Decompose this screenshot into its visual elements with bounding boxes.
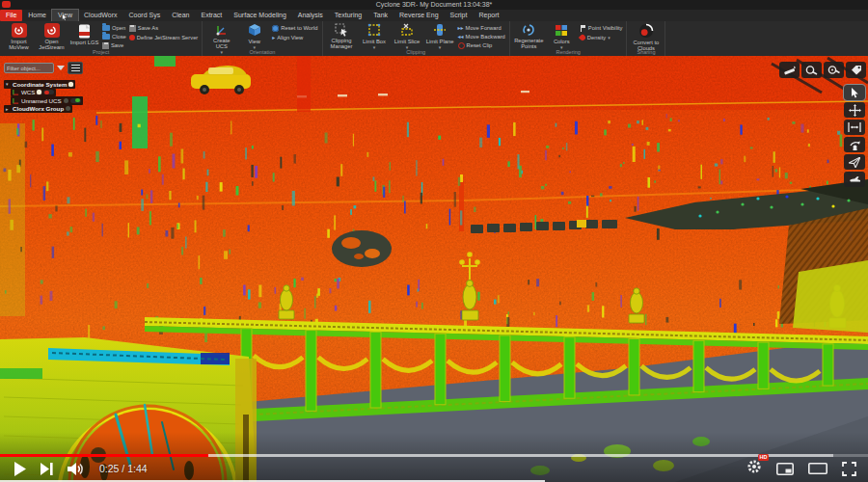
volume-button[interactable] — [68, 463, 85, 475]
globe-icon — [272, 25, 279, 32]
limit-slice-button[interactable]: Limit Slice ▾ — [393, 22, 422, 49]
import-moview-button[interactable]: Import MoView — [4, 22, 34, 49]
theater-mode-button[interactable] — [808, 463, 827, 474]
tree-item-cloudworx-group[interactable]: ▸ CloudWorx Group — [4, 105, 72, 114]
tab-tank[interactable]: Tank — [367, 10, 393, 21]
measure-dimension-icon[interactable] — [824, 62, 844, 78]
create-ucs-button[interactable]: Create UCS ▾ — [206, 22, 236, 49]
clipping-manager-button[interactable]: Clipping Manager — [327, 22, 357, 49]
fly-mode-icon[interactable] — [844, 154, 865, 170]
point-visibility-button[interactable]: Point Visibility — [580, 24, 623, 32]
clipping-manager-icon — [334, 23, 350, 37]
ribbon-group-clipping: Clipping Manager Limit Box ▾ Limit Slice… — [323, 21, 510, 56]
tab-coord-sys[interactable]: Coord Sys — [123, 10, 167, 21]
play-button[interactable] — [14, 462, 26, 476]
group-label-clipping: Clipping — [323, 49, 509, 56]
scan-shadow-ellipse — [332, 230, 392, 267]
open-jetstream-button[interactable]: Open JetStream — [37, 22, 67, 49]
group-label-project: Project — [0, 49, 202, 56]
filter-funnel-icon[interactable] — [57, 66, 65, 70]
open-button[interactable]: Open — [102, 24, 126, 32]
limit-box-button[interactable]: Limit Box ▾ — [360, 22, 390, 49]
view-button[interactable]: View ▾ — [239, 22, 269, 49]
tree-item-coordinate-system[interactable]: ▾ Coordinate System — [4, 80, 75, 89]
video-player: Cyclone 3DR- My Document 13:04:38* File … — [0, 0, 868, 482]
move-backward-button[interactable]: ◂◂Move Backward — [458, 33, 505, 40]
right-pedestal — [793, 260, 868, 333]
save-as-button[interactable]: Save As — [129, 24, 198, 32]
sketch-icon[interactable] — [779, 62, 800, 78]
define-jetstream-server-button[interactable]: Define JetStream Server — [129, 34, 198, 41]
tab-analysis[interactable]: Analysis — [292, 10, 329, 21]
progress-bar[interactable] — [0, 454, 868, 457]
move-forward-button[interactable]: ▸▸Move Forward — [458, 24, 505, 32]
caret-right-icon[interactable]: ▸ — [6, 106, 11, 112]
tab-surface-modeling[interactable]: Surface Modeling — [228, 10, 291, 21]
convert-to-clouds-button[interactable]: Convert to Clouds — [631, 22, 661, 49]
label-tag-icon[interactable] — [846, 62, 866, 78]
fullscreen-button[interactable] — [842, 462, 856, 476]
zoom-fit-icon[interactable] — [844, 120, 865, 135]
import-lgs-button[interactable]: Import LGS — [69, 22, 99, 49]
move-forward-icon: ▸▸ — [458, 25, 464, 31]
progress-played — [0, 454, 208, 457]
scene-tree-panel: ▾ Coordinate System WCS Unnamed UCS ▸ Cl… — [4, 62, 120, 113]
align-view-icon: ▸ — [272, 35, 275, 40]
folder-close-icon — [102, 34, 110, 40]
tab-clean[interactable]: Clean — [166, 10, 195, 21]
tab-home[interactable]: Home — [22, 10, 52, 21]
axis-icon — [13, 89, 19, 95]
ribbon-group-orientation: Create UCS ▾ View ▾ Reset to World ▸Alig… — [203, 21, 322, 56]
point-visibility-icon — [580, 25, 586, 32]
plane-view-icon[interactable] — [844, 172, 865, 187]
regenerate-points-icon — [521, 23, 537, 37]
visibility-bulb-icon[interactable] — [64, 98, 68, 103]
panel-menu-button[interactable] — [68, 62, 83, 74]
measure-angle-icon[interactable] — [801, 62, 822, 78]
ribbon-group-project: Import MoView Open JetStream Import LGS … — [0, 21, 203, 56]
regenerate-points-button[interactable]: Regenerate Points — [514, 22, 544, 49]
visibility-bulb-icon[interactable] — [37, 90, 41, 94]
mouse-cursor-icon — [62, 13, 68, 22]
tab-report[interactable]: Report — [473, 10, 504, 21]
visibility-bulb-icon[interactable] — [68, 82, 73, 87]
filter-input[interactable] — [4, 63, 54, 73]
close-button[interactable]: Close — [102, 33, 126, 40]
density-icon — [579, 33, 586, 40]
wcs-toggle[interactable] — [43, 90, 54, 94]
reset-to-world-button[interactable]: Reset to World — [272, 24, 317, 32]
orbit-icon[interactable] — [844, 137, 865, 152]
density-button[interactable]: Density▾ — [580, 34, 623, 41]
tab-file[interactable]: File — [0, 10, 22, 21]
point-cloud-viewport[interactable] — [0, 56, 868, 482]
colors-button[interactable]: Colors ▾ — [547, 22, 577, 49]
miniplayer-button[interactable] — [776, 463, 794, 475]
tab-extract[interactable]: Extract — [196, 10, 229, 21]
settings-button[interactable]: HD — [746, 459, 762, 478]
tab-script[interactable]: Script — [445, 10, 474, 21]
pan-icon[interactable] — [844, 102, 865, 118]
reset-clip-button[interactable]: Reset Clip — [458, 41, 505, 49]
next-button[interactable] — [41, 463, 53, 475]
window-title: Cyclone 3DR- My Document 13:04:38* — [376, 1, 493, 8]
view-cube-icon — [246, 23, 262, 38]
tab-reverse-eng[interactable]: Reverse Eng — [393, 10, 444, 21]
measure-toolbar — [779, 62, 866, 78]
tab-cloudworx[interactable]: CloudWorx — [78, 10, 123, 21]
caret-down-icon[interactable]: ▾ — [6, 81, 11, 87]
folder-open-icon — [102, 25, 110, 31]
ribbon-tab-bar: File Home View CloudWorx Coord Sys Clean… — [0, 10, 868, 21]
limit-plane-button[interactable]: Limit Plane ▾ — [425, 22, 455, 49]
jetstream-server-icon — [129, 35, 135, 40]
import-moview-icon — [11, 23, 27, 38]
tree-item-wcs[interactable]: WCS — [11, 89, 56, 97]
ucs-toggle[interactable] — [70, 98, 81, 103]
align-view-button[interactable]: ▸Align View — [272, 34, 317, 41]
limit-slice-icon — [399, 23, 416, 38]
visibility-bulb-icon[interactable] — [66, 106, 70, 111]
reset-clip-icon — [458, 42, 465, 49]
tree-item-unnamed-ucs[interactable]: Unnamed UCS — [11, 96, 83, 105]
select-cursor-icon[interactable] — [844, 85, 865, 100]
tab-texturing[interactable]: Texturing — [329, 10, 367, 21]
save-button[interactable]: Save — [102, 41, 126, 49]
